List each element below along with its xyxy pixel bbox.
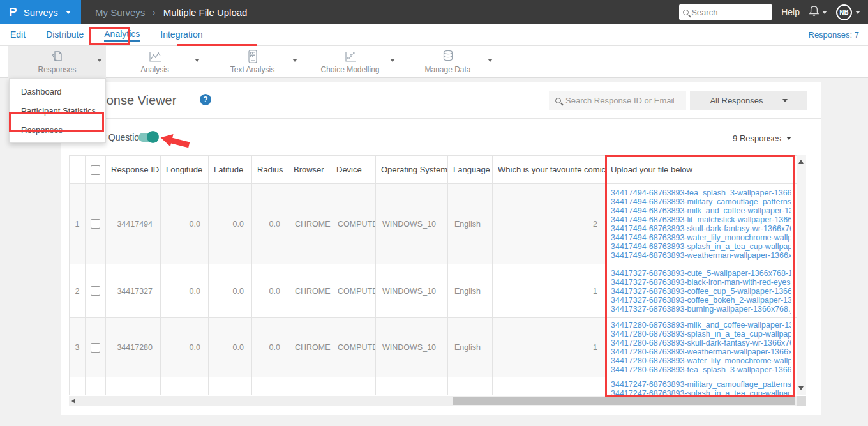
cell-device (331, 377, 376, 395)
menu-item-responses[interactable]: Responses (10, 120, 105, 139)
cell-device: COMPUTER (331, 264, 376, 318)
file-list: 34417247-68763893-military_camouflage_pa… (611, 380, 791, 395)
cell-comics-answer: 1 (493, 264, 606, 318)
scroll-up-icon[interactable] (798, 160, 804, 164)
display-questions-toggle[interactable] (138, 133, 158, 142)
uploaded-file-link[interactable]: 34417280-68763893-skull-dark-fantasy-wr-… (611, 339, 791, 347)
cell-language (448, 377, 493, 395)
breadcrumb: My Surveys › Multiple File Upload (95, 7, 247, 18)
help-link[interactable]: Help (781, 7, 800, 17)
responses-count-label: 9 Responses (733, 133, 781, 143)
cell-language: English (448, 184, 493, 264)
col-radius[interactable]: Radius (252, 156, 288, 184)
uploaded-file-link[interactable]: 34417280-68763893-splash_in_a_tea_cup-wa… (611, 330, 791, 339)
tab-analytics[interactable]: Analytics (104, 29, 140, 42)
responses-count[interactable]: Responses: 7 (809, 30, 860, 40)
toolbar-choice-modelling[interactable]: Choice Modelling (301, 46, 399, 78)
toolbar-text-analysis[interactable]: Text Analysis (204, 46, 301, 78)
notifications-menu[interactable] (809, 5, 827, 19)
response-search (549, 91, 686, 110)
account-menu[interactable]: NB (836, 4, 860, 20)
col-browser[interactable]: Browser (288, 156, 331, 184)
toolbar-responses[interactable]: Responses (8, 46, 106, 78)
cell-language: English (448, 318, 493, 377)
uploaded-file-link[interactable]: 34417327-68763893-burning-wallpaper-1366… (611, 305, 791, 314)
col-longitude[interactable]: Longitude (161, 156, 209, 184)
chevron-down-icon (390, 59, 395, 62)
scroll-down-icon[interactable] (798, 386, 804, 390)
global-search-input[interactable] (691, 8, 761, 17)
file-list: 34417327-68763893-cute_5-wallpaper-1366x… (611, 269, 791, 314)
uploaded-file-link[interactable]: 34417247-68763893-splash_in_a_tea_cup-wa… (611, 389, 791, 395)
uploaded-file-link[interactable]: 34417494-68763893-milk_and_coffee-wallpa… (611, 206, 791, 215)
chevron-down-icon (66, 11, 71, 14)
uploaded-file-link[interactable]: 34417280-68763893-water_lily_monochrome-… (611, 356, 791, 365)
product-switcher[interactable]: P Surveys (0, 0, 81, 24)
tab-edit[interactable]: Edit (10, 29, 26, 41)
avatar: NB (836, 4, 852, 20)
horizontal-scrollbar[interactable] (69, 396, 797, 406)
cell-comics-answer: 1 (493, 318, 606, 377)
uploaded-file-link[interactable]: 34417494-68763893-tea_splash_3-wallpaper… (611, 188, 791, 197)
vertical-scrollbar[interactable] (797, 155, 806, 395)
uploaded-file-link[interactable]: 34417494-68763893-water_lily_monochrome-… (611, 233, 791, 242)
cell-uploaded-files: 34417247-68763893-military_camouflage_pa… (606, 377, 797, 395)
chevron-down-icon (782, 99, 788, 102)
manage-data-icon (442, 50, 454, 63)
uploaded-file-link[interactable]: 34417494-68763893-lit_matchstick-wallpap… (611, 215, 791, 224)
col-device[interactable]: Device (331, 156, 376, 184)
response-search-input[interactable] (565, 96, 674, 105)
row-checkbox[interactable] (91, 219, 100, 229)
row-checkbox[interactable] (91, 343, 100, 353)
cell-browser: CHROME (288, 184, 331, 264)
search-icon (683, 10, 689, 15)
uploaded-file-link[interactable]: 34417494-68763893-skull-dark-fantasy-wr-… (611, 224, 791, 233)
cell-latitude: 0.0 (209, 264, 252, 318)
survey-nav: Edit Distribute Analytics Integration Re… (0, 24, 868, 46)
cell-latitude (209, 377, 252, 395)
select-all-checkbox[interactable] (91, 165, 100, 175)
tab-integration[interactable]: Integration (160, 29, 202, 41)
cell-radius: 0.0 (252, 184, 288, 264)
uploaded-file-link[interactable]: 34417247-68763893-military_camouflage_pa… (611, 380, 791, 389)
cell-os (376, 377, 448, 395)
uploaded-file-link[interactable]: 34417327-68763893-cute_5-wallpaper-1366x… (611, 269, 791, 278)
col-comics-question[interactable]: Which is your favourite comics? (493, 156, 606, 184)
table-body: 1 34417494 0.0 0.0 0.0 CHROME COMPUTER W… (70, 184, 797, 395)
uploaded-file-link[interactable]: 34417280-68763893-tea_splash_3-wallpaper… (611, 365, 791, 374)
responses-table: Response ID Longitude Latitude Radius Br… (69, 155, 797, 395)
menu-item-participant-statistics[interactable]: Participant Statistics (10, 101, 105, 120)
cell-radius: 0.0 (252, 264, 288, 318)
uploaded-file-link[interactable]: 34417327-68763893-coffee_bokeh_2-wallpap… (611, 296, 791, 305)
col-language[interactable]: Language (448, 156, 493, 184)
menu-item-dashboard[interactable]: Dashboard (10, 82, 105, 101)
scroll-left-icon[interactable] (71, 399, 75, 404)
toolbar-label: Manage Data (424, 65, 470, 74)
uploaded-file-link[interactable]: 34417494-68763893-weatherman-wallpaper-1… (611, 251, 791, 260)
global-search (679, 4, 772, 20)
response-filter-dropdown[interactable]: All Responses (690, 91, 807, 110)
cell-uploaded-files: 34417280-68763893-milk_and_coffee-wallpa… (606, 318, 797, 377)
horizontal-scroll-thumb[interactable] (453, 397, 795, 405)
toolbar-analysis[interactable]: Analysis (106, 46, 204, 78)
col-upload-question[interactable]: Upload your file below (606, 156, 797, 184)
uploaded-file-link[interactable]: 34417280-68763893-weatherman-wallpaper-1… (611, 347, 791, 356)
uploaded-file-link[interactable]: 34417327-68763893-coffee_cup_5-wallpaper… (611, 287, 791, 296)
uploaded-file-link[interactable]: 34417327-68763893-black-iron-man-with-re… (611, 278, 791, 287)
help-icon[interactable]: ? (200, 94, 211, 105)
uploaded-file-link[interactable]: 34417280-68763893-milk_and_coffee-wallpa… (611, 321, 791, 330)
responses-count-dropdown[interactable]: 9 Responses (733, 133, 791, 143)
toggle-knob (147, 131, 159, 143)
toolbar-manage-data[interactable]: Manage Data (399, 46, 497, 78)
scrollbar-corner (797, 396, 806, 406)
col-response-id[interactable]: Response ID (106, 156, 161, 184)
col-os[interactable]: Operating System (376, 156, 448, 184)
uploaded-file-link[interactable]: 34417494-68763893-military_camouflage_pa… (611, 197, 791, 206)
tab-distribute[interactable]: Distribute (46, 29, 84, 41)
breadcrumb-parent[interactable]: My Surveys (95, 7, 145, 18)
col-latitude[interactable]: Latitude (209, 156, 252, 184)
row-checkbox[interactable] (91, 286, 100, 296)
chevron-down-icon (488, 59, 493, 62)
cell-browser: CHROME (288, 264, 331, 318)
uploaded-file-link[interactable]: 34417494-68763893-splash_in_a_tea_cup-wa… (611, 242, 791, 251)
